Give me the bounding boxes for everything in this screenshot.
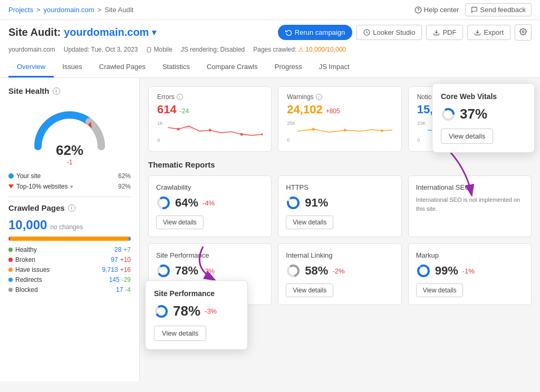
settings-button[interactable] [515,24,532,41]
internal-linking-value: 58% [305,264,328,278]
https-view-details[interactable]: View details [286,215,333,229]
svg-point-13 [240,133,243,136]
looker-button[interactable]: Looker Studio [356,25,422,40]
feedback-button[interactable]: Send feedback [465,3,532,16]
warnings-sparkline: 25K 0 [287,120,392,143]
site-health-title: Site Health [8,86,50,95]
your-site-label: Your site [16,172,41,180]
tab-crawled-pages[interactable]: Crawled Pages [91,57,154,77]
site-perf-donut [156,263,171,278]
pdf-icon [433,29,440,36]
nav-tabs: Overview Issues Crawled Pages Statistics… [8,57,532,77]
gauge-container: 62% -1 [8,102,131,166]
svg-point-19 [381,130,383,132]
feedback-icon [471,6,478,13]
popup-core-web-title: Core Web Vitals [441,92,526,101]
tab-issues[interactable]: Issues [54,57,91,77]
errors-sparkline: 1K 0 [157,120,263,143]
top10-pct: 92% [118,183,131,190]
crawled-stats: Healthy 28 +7 Broken 97 +10 Ha [8,246,131,293]
warnings-info-icon[interactable]: i [316,94,322,100]
tab-statistics[interactable]: Statistics [154,57,198,77]
crawled-pages-section: Crawled Pages i 10,000 no changes [8,203,131,293]
tab-overview[interactable]: Overview [8,57,54,77]
stat-healthy: Healthy 28 +7 [8,246,131,253]
tab-progress[interactable]: Progress [266,57,311,77]
domain-link[interactable]: yourdomain.com [64,26,149,38]
popup-site-perf-change: -3% [205,307,217,315]
your-site-pct: 62% [118,172,131,180]
metric-warnings: Warnings i 24,102 +805 25K 0 [278,86,401,152]
internal-linking-view-details[interactable]: View details [286,283,333,297]
svg-point-18 [344,129,346,132]
internal-linking-donut [286,263,301,278]
markup-view-details[interactable]: View details [416,283,464,297]
help-link[interactable]: Help center [414,6,459,14]
site-health-info-icon[interactable]: i [53,87,60,95]
breadcrumb-sep1: > [36,6,41,14]
export-icon [474,29,481,36]
site-perf-title: Site Performance [156,251,264,259]
header: Site Audit: yourdomain.com ▾ Rerun campa… [0,20,540,78]
top10-label[interactable]: Top-10% websites [16,183,68,190]
markup-change: -1% [462,267,475,275]
gear-icon [519,28,527,35]
looker-icon [363,29,370,36]
warnings-label: Warnings [287,93,313,101]
breadcrumb: Projects > yourdomain.com > Site Audit [8,6,133,14]
gauge-value: 62% [56,142,83,159]
popup-site-perf-view-details[interactable]: View details [154,326,206,341]
stat-blocked: Blocked 17 -4 [8,286,131,293]
rerun-button[interactable]: Rerun campaign [278,25,352,40]
report-markup: Markup 99% -1% View details [408,243,532,305]
crawlability-title: Crawlability [156,183,264,191]
svg-rect-6 [148,47,151,52]
crawlability-view-details[interactable]: View details [156,215,204,229]
report-crawlability: Crawlability 64% -4% View details [148,175,272,237]
metric-errors: Errors i 614 -24 1K 0 [148,86,272,152]
breadcrumb-projects[interactable]: Projects [8,6,33,14]
svg-text:1K: 1K [157,121,163,126]
popup-site-perf-title: Site Performance [154,289,239,298]
meta-device: Mobile [146,46,172,53]
site-health-section: Site Health i 62% -1 [8,86,131,190]
stat-broken: Broken 97 +10 [8,256,131,263]
crawled-pages-title: Crawled Pages [8,203,65,212]
popup-core-web-view-details[interactable]: View details [441,129,493,144]
chevron-down-icon[interactable]: ▾ [152,27,156,37]
warnings-change: +805 [326,107,340,115]
svg-point-34 [418,266,429,276]
crawlability-donut [156,195,171,210]
breadcrumb-sep2: > [98,6,102,14]
tab-js-impact[interactable]: JS Impact [311,57,358,77]
https-donut [286,195,301,210]
pdf-button[interactable]: PDF [426,25,463,40]
https-value: 91% [305,196,328,210]
errors-label: Errors [157,93,175,101]
internal-linking-change: -2% [332,267,344,275]
report-internal-linking: Internal Linking 58% -2% View details [278,243,401,305]
gauge-legend: Your site 62% Top-10% websites ▾ 92% [8,172,131,190]
left-panel: Site Health i 62% -1 [0,78,140,381]
crawled-pages-info-icon[interactable]: i [68,204,75,212]
site-perf-change: -3% [202,267,215,275]
crawlability-change: -4% [202,199,215,207]
mobile-icon [146,47,152,53]
tab-compare-crawls[interactable]: Compare Crawls [198,57,266,77]
popup-site-perf-donut [154,304,169,319]
svg-point-12 [209,129,211,132]
breadcrumb-page: Site Audit [104,6,133,14]
svg-point-5 [522,31,524,33]
crawled-count: 10,000 [8,218,47,232]
https-title: HTTPS [286,183,393,191]
stat-have-issues: Have issues 9,713 +16 [8,266,131,273]
breadcrumb-domain[interactable]: yourdomain.com [44,6,94,14]
site-perf-value: 78% [175,264,198,278]
intl-seo-title: International SEO [416,183,524,191]
popup-core-web-value: 37% [460,106,487,122]
export-button[interactable]: Export [467,25,510,40]
svg-text:0: 0 [157,138,160,143]
svg-point-17 [312,128,315,131]
help-icon [414,6,422,14]
errors-info-icon[interactable]: i [177,94,183,100]
